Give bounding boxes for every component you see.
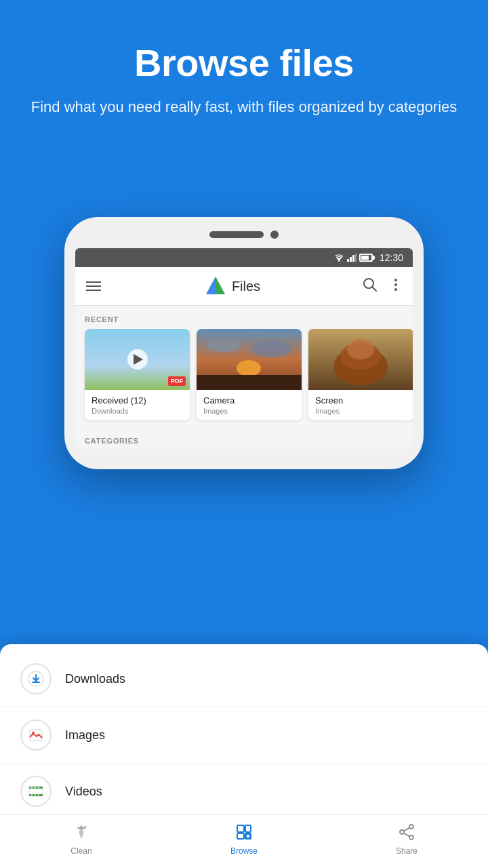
- wifi-icon: [333, 254, 344, 262]
- category-item-images[interactable]: Images: [0, 707, 488, 764]
- videos-icon-circle: [20, 776, 52, 807]
- svg-rect-36: [35, 795, 36, 796]
- svg-marker-7: [206, 277, 216, 294]
- svg-rect-38: [237, 825, 244, 832]
- svg-point-22: [347, 339, 374, 359]
- svg-point-0: [338, 260, 340, 261]
- pdf-badge: PDF: [168, 376, 186, 386]
- category-name-images: Images: [65, 728, 105, 743]
- svg-line-48: [404, 833, 409, 837]
- nav-label-clean: Clean: [70, 846, 92, 856]
- svg-rect-35: [31, 795, 33, 796]
- app-content: RECENT PDF Received (12): [75, 306, 413, 449]
- svg-rect-3: [352, 255, 354, 262]
- signal-icon: [347, 254, 357, 262]
- svg-rect-1: [347, 259, 349, 262]
- bottom-nav: Clean Browse Share: [0, 814, 488, 868]
- header-section: Browse files Find what you need really f…: [0, 0, 488, 145]
- nav-label-share: Share: [396, 846, 418, 856]
- svg-rect-40: [245, 825, 251, 832]
- phone-top-bar: [75, 231, 413, 239]
- browse-icon: [235, 823, 253, 844]
- toolbar-actions: [363, 277, 403, 296]
- file-name: Camera: [203, 395, 295, 406]
- images-icon: [28, 727, 44, 743]
- svg-point-11: [394, 279, 397, 281]
- svg-rect-34: [38, 787, 39, 789]
- svg-point-45: [400, 830, 404, 834]
- svg-point-18: [251, 341, 291, 357]
- file-card-camera[interactable]: Camera Images: [197, 329, 302, 420]
- phone-speaker: [209, 231, 264, 238]
- file-name: Screen: [315, 395, 407, 406]
- recent-label: RECENT: [75, 306, 413, 329]
- images-icon-circle: [20, 719, 52, 751]
- categories-label: CATEGORIES: [75, 430, 413, 449]
- file-sub: Images: [315, 407, 407, 415]
- svg-rect-32: [31, 787, 33, 789]
- status-time: 12:30: [380, 252, 403, 263]
- file-card-received[interactable]: PDF Received (12) Downloads: [85, 329, 190, 420]
- search-button[interactable]: [363, 277, 378, 296]
- file-thumb-screen: [308, 329, 413, 390]
- phone-mockup: 12:30 Files: [64, 217, 424, 469]
- play-button: [127, 349, 148, 370]
- file-card-screen[interactable]: Screen Images: [308, 329, 413, 420]
- download-icon: [28, 671, 44, 687]
- status-icons: [333, 254, 373, 262]
- svg-point-46: [409, 835, 413, 840]
- category-name-downloads: Downloads: [65, 672, 125, 686]
- videos-icon: [28, 783, 44, 800]
- file-sub: Images: [203, 407, 295, 415]
- phone-screen: 12:30 Files: [75, 248, 413, 449]
- file-info-camera: Camera Images: [197, 390, 302, 420]
- downloads-icon-circle: [20, 663, 52, 694]
- svg-rect-37: [38, 795, 39, 796]
- page-subtitle: Find what you need really fast, with fil…: [27, 97, 461, 118]
- nav-item-browse[interactable]: Browse: [163, 823, 325, 856]
- clean-icon: [73, 823, 90, 844]
- svg-rect-4: [355, 254, 357, 262]
- svg-point-15: [237, 360, 261, 376]
- nav-item-clean[interactable]: Clean: [0, 823, 163, 856]
- svg-point-13: [394, 288, 397, 291]
- hamburger-icon[interactable]: [85, 280, 102, 292]
- file-thumb-received: PDF: [85, 329, 190, 390]
- battery-icon: [359, 254, 373, 262]
- svg-line-10: [372, 287, 376, 291]
- file-name: Received (12): [92, 395, 183, 406]
- svg-point-44: [409, 825, 413, 829]
- category-item-videos[interactable]: Videos: [0, 764, 488, 819]
- bottom-sheet: Downloads Images: [0, 644, 488, 819]
- svg-point-27: [32, 732, 35, 734]
- file-info-received: Received (12) Downloads: [85, 390, 190, 420]
- svg-point-12: [394, 283, 397, 286]
- category-item-downloads[interactable]: Downloads: [0, 651, 488, 707]
- files-logo: [205, 275, 226, 297]
- recent-files-row: PDF Received (12) Downloads: [75, 329, 413, 430]
- screen-thumbnail: [308, 329, 413, 390]
- app-title-area: Files: [102, 275, 363, 297]
- svg-rect-2: [350, 257, 352, 262]
- camera-thumbnail: [197, 329, 302, 390]
- app-toolbar: Files: [75, 267, 413, 306]
- svg-rect-33: [35, 787, 36, 789]
- category-name-videos: Videos: [65, 785, 102, 799]
- file-thumb-camera: [197, 329, 302, 390]
- svg-line-43: [250, 838, 251, 840]
- page-title: Browse files: [27, 41, 461, 85]
- file-info-screen: Screen Images: [308, 390, 413, 420]
- status-bar: 12:30: [75, 248, 413, 267]
- file-sub: Downloads: [92, 407, 183, 415]
- share-icon: [398, 823, 415, 844]
- phone-camera: [270, 231, 279, 239]
- svg-rect-39: [237, 833, 244, 839]
- svg-point-17: [207, 339, 241, 353]
- nav-label-browse: Browse: [230, 846, 258, 856]
- nav-item-share[interactable]: Share: [325, 823, 488, 856]
- svg-rect-16: [197, 375, 302, 390]
- app-name: Files: [232, 279, 260, 294]
- svg-line-47: [404, 828, 409, 831]
- more-options-button[interactable]: [388, 277, 403, 296]
